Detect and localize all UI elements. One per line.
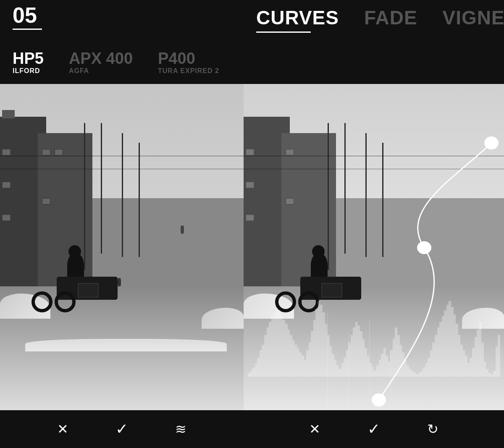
- preset-hp5-brand: ILFORD: [13, 67, 44, 75]
- photo-panel-right: [244, 84, 504, 410]
- preset-p400[interactable]: P400 TURA EXPIRED 2: [158, 50, 219, 75]
- preset-p400-brand: TURA EXPIRED 2: [158, 67, 219, 75]
- preset-apx400-name: APX 400: [69, 50, 133, 66]
- tab-vignette[interactable]: VIGNET: [443, 6, 504, 29]
- header-divider: [13, 29, 42, 30]
- preset-hp5[interactable]: HP5 ILFORD: [13, 50, 44, 75]
- confirm-button-right[interactable]: ✓: [368, 422, 380, 437]
- toolbar-right: ✕ ✓ ↺: [244, 410, 504, 448]
- preset-number: 05: [13, 4, 256, 26]
- header-left: 05: [13, 4, 256, 33]
- tab-curves-wrapper: CURVES: [256, 6, 339, 33]
- main-content: [0, 84, 504, 410]
- adjust-button-left[interactable]: ≋: [175, 422, 186, 436]
- bottom-toolbar: ✕ ✓ ≋ ✕ ✓ ↺: [0, 410, 504, 448]
- histogram: [244, 301, 504, 377]
- tab-curves-underline: [256, 31, 311, 33]
- toolbar-left: ✕ ✓ ≋: [0, 410, 244, 448]
- tab-fade[interactable]: FADE: [364, 6, 417, 29]
- photo-panel-left: [0, 84, 244, 410]
- presets-row: HP5 ILFORD APX 400 AGFA P400 TURA EXPIRE…: [0, 50, 504, 84]
- tab-curves[interactable]: CURVES: [256, 6, 339, 29]
- cancel-button-right[interactable]: ✕: [309, 422, 320, 436]
- preset-apx400-brand: AGFA: [69, 67, 133, 75]
- app-container: 05 CURVES FADE VIGNET HP5 ILFORD APX 400…: [0, 0, 504, 448]
- preset-p400-name: P400: [158, 50, 219, 66]
- header: 05 CURVES FADE VIGNET: [0, 0, 504, 50]
- preset-apx400[interactable]: APX 400 AGFA: [69, 50, 133, 75]
- tabs-container: CURVES FADE VIGNET: [256, 4, 504, 33]
- curve-handle-mid[interactable]: [417, 241, 431, 254]
- confirm-button-left[interactable]: ✓: [116, 422, 128, 437]
- cancel-button-left[interactable]: ✕: [57, 422, 68, 436]
- reset-button-right[interactable]: ↺: [427, 422, 438, 436]
- preset-hp5-name: HP5: [13, 50, 44, 66]
